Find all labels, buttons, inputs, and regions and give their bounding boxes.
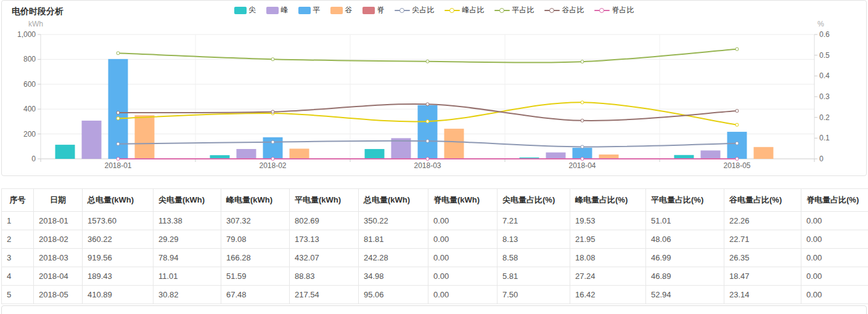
data-point-marker[interactable] xyxy=(581,101,584,104)
right-axis-tick-label: 0.2 xyxy=(819,113,830,122)
table-cell: 360.22 xyxy=(83,230,154,249)
column-header-9: 峰电量占比(%) xyxy=(570,189,646,212)
data-point-marker[interactable] xyxy=(271,58,274,61)
x-axis-label: 2018-02 xyxy=(259,161,286,170)
bar[interactable] xyxy=(444,129,464,159)
table-cell: 802.69 xyxy=(290,212,359,230)
line-series-4[interactable] xyxy=(117,158,739,161)
right-axis-name: % xyxy=(817,20,824,28)
table-cell: 0.00 xyxy=(428,286,497,304)
bar-series-3[interactable] xyxy=(135,115,774,159)
legend-item-line-1[interactable]: 峰占比 xyxy=(444,5,485,15)
bar[interactable] xyxy=(701,150,721,159)
table-row: 32018-03919.5678.94166.28432.07242.280.0… xyxy=(2,249,868,267)
legend-item-bar-0[interactable]: 尖 xyxy=(234,5,256,15)
legend-item-line-4[interactable]: 脊占比 xyxy=(594,5,634,15)
chart-canvas[interactable]: 02004006008001,00000.10.20.30.40.50.6kWh… xyxy=(2,1,867,176)
bar[interactable] xyxy=(546,153,566,159)
table-cell: 0.00 xyxy=(801,212,868,230)
table-cell: 0.00 xyxy=(428,212,497,230)
legend-label: 脊 xyxy=(377,5,385,15)
data-point-marker[interactable] xyxy=(426,60,429,63)
data-point-marker[interactable] xyxy=(735,47,739,50)
table-cell: 410.89 xyxy=(83,286,154,304)
legend-label: 尖占比 xyxy=(412,5,435,15)
data-point-marker[interactable] xyxy=(271,140,274,143)
data-point-marker[interactable] xyxy=(735,158,739,161)
bar[interactable] xyxy=(754,147,774,159)
bar[interactable] xyxy=(55,145,75,159)
table-cell: 166.28 xyxy=(221,249,290,267)
bar-series-1[interactable] xyxy=(82,121,721,159)
table-cell: 79.08 xyxy=(221,230,290,249)
bar[interactable] xyxy=(82,121,102,159)
left-axis-tick-label: 200 xyxy=(23,130,36,139)
legend-item-bar-3[interactable]: 谷 xyxy=(330,5,353,15)
legend-label: 峰 xyxy=(281,5,289,15)
table-cell: 78.94 xyxy=(154,249,221,267)
legend-item-line-0[interactable]: 尖占比 xyxy=(395,5,435,15)
data-point-marker[interactable] xyxy=(581,145,584,148)
data-point-marker[interactable] xyxy=(735,110,739,113)
table-cell: 46.99 xyxy=(646,249,724,267)
column-header-5: 平电量(kWh) xyxy=(290,189,359,212)
data-point-marker[interactable] xyxy=(426,120,429,123)
table-row: 52018-05410.8930.8267.48217.5495.060.007… xyxy=(2,286,868,304)
table-cell: 7.50 xyxy=(497,286,570,304)
data-point-marker[interactable] xyxy=(271,158,274,161)
bar[interactable] xyxy=(290,148,309,159)
data-point-marker[interactable] xyxy=(581,158,584,161)
column-header-12: 脊电量占比(%) xyxy=(801,189,868,212)
data-point-marker[interactable] xyxy=(426,103,429,106)
legend-line-marker-icon xyxy=(594,7,610,14)
column-header-4: 峰电量(kWh) xyxy=(221,189,290,212)
x-axis-label: 2018-03 xyxy=(414,161,441,170)
table-cell: 2018-05 xyxy=(34,286,83,304)
data-point-marker[interactable] xyxy=(271,110,274,113)
data-point-marker[interactable] xyxy=(581,60,584,63)
table-cell: 2018-01 xyxy=(34,212,83,230)
table-cell: 51.59 xyxy=(221,267,290,286)
table-cell: 30.82 xyxy=(154,286,221,304)
data-point-marker[interactable] xyxy=(117,117,120,120)
bar[interactable] xyxy=(727,132,747,159)
table-cell: 2018-04 xyxy=(34,267,83,286)
data-point-marker[interactable] xyxy=(426,140,429,143)
bar[interactable] xyxy=(418,105,438,159)
legend-item-line-3[interactable]: 谷占比 xyxy=(544,5,584,15)
legend-bar-swatch-icon xyxy=(234,7,247,14)
table-cell: 2 xyxy=(2,230,34,249)
right-axis-tick-label: 0.3 xyxy=(819,92,830,101)
table-cell: 46.89 xyxy=(646,267,724,286)
line-series-2[interactable] xyxy=(117,47,739,63)
table-cell: 4 xyxy=(2,267,34,286)
table-cell: 88.83 xyxy=(290,267,359,286)
bar[interactable] xyxy=(135,115,155,159)
table-cell: 29.29 xyxy=(154,230,221,249)
column-header-2: 总电量(kWh) xyxy=(83,189,154,212)
legend-item-line-2[interactable]: 平占比 xyxy=(494,5,534,15)
bar[interactable] xyxy=(237,149,256,159)
data-point-marker[interactable] xyxy=(117,111,120,115)
table-cell: 113.38 xyxy=(154,212,221,230)
column-header-8: 尖电量占比(%) xyxy=(497,189,570,212)
legend-bar-swatch-icon xyxy=(266,7,279,14)
bar[interactable] xyxy=(599,155,619,159)
x-axis-label: 2018-01 xyxy=(104,161,131,170)
legend-line-marker-icon xyxy=(395,7,410,14)
legend-item-bar-4[interactable]: 脊 xyxy=(362,5,385,15)
table-cell: 1573.60 xyxy=(83,212,154,230)
data-point-marker[interactable] xyxy=(735,123,739,126)
data-point-marker[interactable] xyxy=(735,142,739,145)
x-axis-label: 2018-04 xyxy=(568,161,596,170)
data-point-marker[interactable] xyxy=(117,142,120,145)
data-point-marker[interactable] xyxy=(117,52,120,55)
x-axis-label: 2018-05 xyxy=(723,161,750,170)
legend-item-bar-1[interactable]: 峰 xyxy=(266,5,289,15)
data-point-marker[interactable] xyxy=(426,158,429,161)
legend-item-bar-2[interactable]: 平 xyxy=(298,5,321,15)
data-point-marker[interactable] xyxy=(117,158,120,161)
column-header-0: 序号 xyxy=(2,189,34,212)
bar[interactable] xyxy=(365,149,385,159)
data-point-marker[interactable] xyxy=(581,119,584,122)
